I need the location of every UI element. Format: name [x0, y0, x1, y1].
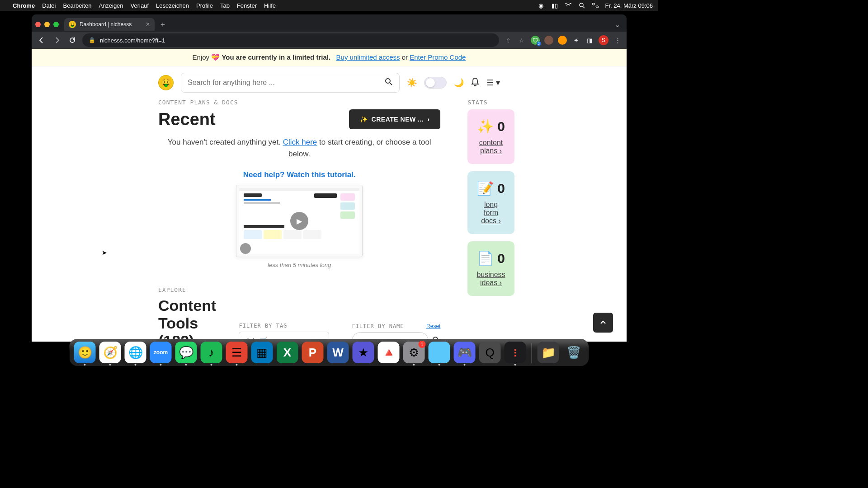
dock-powerpoint[interactable]: P — [302, 342, 324, 363]
menu-verlauf[interactable]: Verlauf — [131, 2, 149, 9]
search-field-wrapper[interactable] — [181, 73, 400, 93]
menubar-datetime[interactable]: Fr. 24. März 09:06 — [605, 2, 653, 9]
control-center-icon[interactable] — [592, 2, 599, 9]
battery-icon[interactable]: ▮▯ — [551, 2, 558, 9]
menu-lesezeichen[interactable]: Lesezeichen — [156, 2, 189, 9]
extension-2-icon[interactable] — [544, 36, 553, 45]
dock-quicktime[interactable]: Q — [479, 342, 501, 363]
click-here-link[interactable]: Click here — [283, 138, 317, 146]
tutorial-video-thumbnail[interactable]: ▶ — [236, 185, 363, 257]
svg-line-1 — [583, 6, 585, 8]
stat-card-long-form[interactable]: 📝 0 long form docs › — [467, 171, 514, 234]
back-button[interactable] — [36, 35, 47, 46]
filter-name-label: FILTER BY NAME — [352, 323, 404, 329]
maximize-window-button[interactable] — [53, 22, 59, 27]
trial-banner: Enjoy 💝 You are currently in a limited t… — [32, 49, 627, 66]
create-new-button[interactable]: ✨ CREATE NEW ... › — [349, 109, 440, 129]
dock-voice-memos[interactable]: ⫶ — [505, 342, 526, 363]
close-window-button[interactable] — [35, 22, 41, 27]
new-tab-button[interactable]: ＋ — [159, 20, 166, 29]
explore-title: Content Tools (182) — [158, 297, 216, 342]
stat-card-business-ideas[interactable]: 📄 0 business ideas › — [467, 241, 514, 296]
svg-rect-3 — [596, 6, 599, 8]
dock-finder[interactable]: 🙂 — [74, 342, 96, 363]
window-controls — [35, 22, 59, 27]
dock-settings[interactable]: ⚙1 — [403, 342, 425, 363]
business-ideas-link[interactable]: business ideas › — [476, 271, 505, 287]
minimize-window-button[interactable] — [44, 22, 50, 27]
mac-menubar: Chrome Datei Bearbeiten Anzeigen Verlauf… — [0, 0, 658, 11]
tab-close-button[interactable]: ✕ — [146, 21, 150, 28]
address-bar[interactable]: 🔒 nichesss.com/home?ft=1 — [82, 33, 499, 47]
hamburger-menu-button[interactable]: ☰ ▾ — [486, 78, 500, 88]
sidepanel-icon[interactable]: ◨ — [585, 36, 594, 45]
dock-safari[interactable]: 🧭 — [99, 342, 121, 363]
dock-trash[interactable]: 🗑️ — [563, 342, 585, 363]
dock-app-teal[interactable] — [429, 342, 450, 363]
menu-hilfe[interactable]: Hilfe — [264, 2, 276, 9]
long-form-docs-link[interactable]: long form docs › — [476, 201, 505, 225]
dock-drive[interactable]: 🔺 — [378, 342, 400, 363]
play-icon: ▶ — [290, 212, 308, 230]
menu-bearbeiten[interactable]: Bearbeiten — [63, 2, 91, 9]
menu-anzeigen[interactable]: Anzeigen — [99, 2, 123, 9]
sparkles-icon: ✨ — [477, 118, 494, 134]
screen-record-icon[interactable]: ◉ — [538, 2, 545, 9]
dock-excel[interactable]: X — [277, 342, 298, 363]
share-icon[interactable]: ⇧ — [504, 36, 513, 45]
menu-fenster[interactable]: Fenster — [237, 2, 257, 9]
svg-point-0 — [580, 3, 583, 7]
dock-imovie[interactable]: ★ — [353, 342, 374, 363]
video-caption: less than 5 minutes long — [158, 262, 440, 268]
dock-discord[interactable]: 🎮 — [454, 342, 476, 363]
sun-icon: ☀️ — [407, 78, 417, 88]
explore-eyebrow: EXPLORE — [158, 286, 216, 293]
extension-3-icon[interactable] — [558, 36, 567, 45]
dock-whatsapp[interactable]: 💬 — [175, 342, 197, 363]
menu-tab[interactable]: Tab — [220, 2, 230, 9]
browser-tab[interactable]: 🤑 Dashboard | nichesss ✕ — [64, 18, 155, 31]
dock-chrome[interactable]: 🌐 — [125, 342, 146, 363]
reload-button[interactable] — [67, 35, 78, 46]
spotlight-icon[interactable] — [578, 2, 585, 9]
extensions-puzzle-icon[interactable]: ✦ — [571, 36, 580, 45]
buy-unlimited-link[interactable]: Buy unlimited access — [336, 53, 400, 61]
dock-trello[interactable]: ▦ — [251, 342, 273, 363]
section-eyebrow: CONTENT PLANS & DOCS — [158, 99, 440, 106]
forward-button[interactable] — [52, 35, 62, 46]
notifications-button[interactable] — [471, 77, 479, 89]
dock-zoom[interactable]: zoom — [150, 342, 172, 363]
extension-shield-icon[interactable]: 🛡2 — [531, 36, 540, 45]
stat-card-content-plans[interactable]: ✨ 0 content plans › — [467, 109, 514, 164]
page-title: Recent — [158, 110, 216, 129]
profile-avatar[interactable]: S — [599, 35, 609, 45]
filter-tag-label: FILTER BY TAG — [239, 323, 329, 329]
empty-state-text: You haven't created anything yet. Click … — [158, 136, 440, 160]
moon-icon: 🌙 — [454, 78, 464, 88]
tutorial-link[interactable]: Need help? Watch this tutorial. — [158, 170, 440, 179]
svg-point-4 — [386, 79, 390, 83]
dock-word[interactable]: W — [327, 342, 349, 363]
stats-eyebrow: STATS — [467, 99, 514, 106]
tab-title: Dashboard | nichesss — [80, 21, 132, 28]
menubar-app[interactable]: Chrome — [13, 2, 35, 9]
app-logo-icon[interactable]: 🤑 — [158, 75, 174, 90]
wifi-icon[interactable] — [565, 2, 572, 9]
chrome-window: 🤑 Dashboard | nichesss ✕ ＋ ⌄ 🔒 nichesss.… — [32, 14, 627, 342]
promo-code-link[interactable]: Enter Promo Code — [410, 53, 466, 61]
dock-spotify[interactable]: ♪ — [201, 342, 222, 363]
bookmark-star-icon[interactable]: ☆ — [517, 36, 526, 45]
content-plans-link[interactable]: content plans › — [476, 139, 505, 155]
dock-todoist[interactable]: ☰ — [226, 342, 248, 363]
scroll-to-top-button[interactable] — [593, 313, 613, 333]
chrome-menu-icon[interactable]: ⋮ — [613, 36, 622, 45]
search-icon[interactable] — [385, 78, 393, 88]
tab-overflow-button[interactable]: ⌄ — [614, 20, 623, 29]
menu-profile[interactable]: Profile — [196, 2, 213, 9]
reset-filter-link[interactable]: Reset — [426, 323, 440, 329]
dock-downloads[interactable]: 📁 — [538, 342, 559, 363]
theme-toggle[interactable] — [424, 77, 447, 89]
banner-or: or — [402, 53, 410, 61]
menu-datei[interactable]: Datei — [42, 2, 56, 9]
search-input[interactable] — [188, 79, 385, 87]
